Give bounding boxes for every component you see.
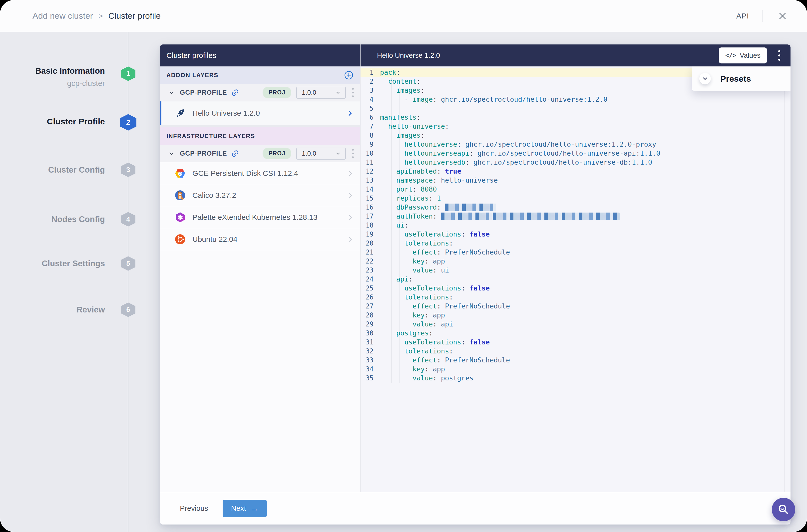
profile-version-select[interactable]: 1.0.0 (296, 87, 346, 99)
api-link[interactable]: API (736, 12, 749, 20)
code-line[interactable]: 4 - image: ghcr.io/spectrocloud/hello-un… (360, 95, 790, 104)
collapse-profile-button[interactable] (166, 149, 176, 158)
layer-row-gce-disk[interactable]: GCE Persistent Disk CSI 1.12.4 (160, 162, 360, 184)
code-icon: </> (725, 52, 736, 59)
step-label: Cluster Config (48, 163, 105, 176)
code-line[interactable]: 35 value: postgres (360, 374, 790, 383)
profile-name: GCP-PROFILE (180, 89, 227, 96)
chevron-down-icon (702, 75, 708, 82)
addon-profile-row: GCP-PROFILE PROJ 1.0.0 (160, 84, 360, 101)
link-icon[interactable] (231, 89, 239, 97)
step-label: Basic Information (35, 64, 105, 77)
profile-name: GCP-PROFILE (180, 150, 227, 157)
presets-toggle-button[interactable] (699, 73, 711, 84)
chevron-down-icon (168, 89, 175, 96)
code-line[interactable]: 15 replicas: 1 (360, 194, 790, 203)
arrow-right-icon: → (250, 505, 258, 513)
code-line[interactable]: 19 useTolerations: false (360, 230, 790, 239)
redacted-value (441, 212, 620, 220)
code-line[interactable]: 21 effect: PreferNoSchedule (360, 248, 790, 257)
layer-row-calico[interactable]: Calico 3.27.2 (160, 184, 360, 206)
layer-row-palette-kubernetes[interactable]: Palette eXtended Kubernetes 1.28.13 (160, 206, 360, 228)
layer-row-hello-universe[interactable]: Hello Universe 1.2.0 (160, 101, 360, 125)
code-line[interactable]: 18 ui: (360, 221, 790, 230)
step-sublabel: gcp-cluster (35, 77, 105, 90)
addon-layers-section-header: ADDON LAYERS (160, 66, 360, 84)
code-line[interactable]: 6manifests: (360, 113, 790, 122)
add-addon-profile-button[interactable] (344, 70, 354, 80)
plus-circle-icon (344, 71, 354, 80)
editor-menu-button[interactable] (775, 50, 783, 61)
code-line[interactable]: 24 api: (360, 275, 790, 284)
code-line[interactable]: 32 tolerations: (360, 347, 790, 356)
breadcrumb-parent[interactable]: Add new cluster (33, 11, 93, 21)
stepper-step-basic-information[interactable]: Basic Information gcp-cluster 1 (0, 66, 160, 84)
yaml-code-area[interactable]: 1pack:2 content:3 images:4 - image: ghcr… (360, 66, 790, 492)
profile-version-select[interactable]: 1.0.0 (296, 148, 346, 159)
profile-menu-button[interactable] (349, 88, 356, 97)
code-line[interactable]: 31 useTolerations: false (360, 338, 790, 347)
stepper-step-nodes-config[interactable]: Nodes Config 4 (0, 212, 160, 230)
chevron-down-icon (335, 150, 341, 157)
stepper-line (128, 32, 128, 532)
collapse-profile-button[interactable] (166, 88, 176, 98)
code-line[interactable]: 29 value: api (360, 320, 790, 329)
code-line[interactable]: 16 dbPassword: (360, 203, 790, 212)
code-line[interactable]: 7 hello-universe: (360, 122, 790, 131)
code-line[interactable]: 11 hellouniversedb: ghcr.io/spectrocloud… (360, 158, 790, 167)
code-line[interactable]: 12 apiEnabled: true (360, 167, 790, 176)
presets-panel: Presets (692, 66, 790, 91)
code-line[interactable]: 23 value: ui (360, 266, 790, 275)
values-button-label: Values (739, 52, 761, 59)
cluster-profiles-panel: Cluster profiles ADDON LAYERS GCP-PROFIL… (160, 44, 360, 492)
breadcrumb-current: Cluster profile (108, 11, 161, 21)
code-line[interactable]: 25 useTolerations: false (360, 284, 790, 293)
scope-badge: PROJ (263, 148, 291, 159)
infrastructure-layers-label: INFRASTRUCTURE LAYERS (166, 133, 255, 140)
previous-button[interactable]: Previous (180, 504, 208, 513)
layer-row-ubuntu[interactable]: Ubuntu 22.04 (160, 228, 360, 250)
cluster-profile-card: Cluster profiles ADDON LAYERS GCP-PROFIL… (160, 44, 790, 525)
code-line[interactable]: 33 effect: PreferNoSchedule (360, 356, 790, 365)
profile-menu-button[interactable] (349, 149, 356, 158)
chevron-right-icon (347, 236, 354, 243)
add-cluster-wizard-window: Add new cluster > Cluster profile API Ba… (0, 0, 807, 532)
calico-icon (174, 190, 186, 201)
code-line[interactable]: 26 tolerations: (360, 293, 790, 302)
step-label: Cluster Settings (42, 257, 105, 270)
stepper-step-cluster-profile[interactable]: Cluster Profile 2 (0, 114, 160, 132)
chevron-right-icon (346, 109, 354, 117)
addon-layers-label: ADDON LAYERS (166, 72, 218, 79)
code-line[interactable]: 17 authToken: (360, 212, 790, 221)
step-label: Cluster Profile (47, 115, 105, 128)
link-icon[interactable] (231, 150, 239, 158)
code-line[interactable]: 20 tolerations: (360, 239, 790, 248)
profile-version-value: 1.0.0 (302, 89, 335, 96)
close-icon (777, 11, 788, 21)
code-line[interactable]: 9 hellouniverse: ghcr.io/spectrocloud/he… (360, 140, 790, 149)
code-lines: 1pack:2 content:3 images:4 - image: ghcr… (360, 68, 790, 383)
stepper-step-cluster-config[interactable]: Cluster Config 3 (0, 163, 160, 180)
next-button[interactable]: Next → (223, 500, 267, 517)
close-button[interactable] (775, 9, 789, 23)
editor-header: Hello Universe 1.2.0 </> Values (360, 44, 790, 66)
code-line[interactable]: 5 (360, 104, 790, 113)
values-button[interactable]: </> Values (719, 48, 767, 63)
code-line[interactable]: 27 effect: PreferNoSchedule (360, 302, 790, 311)
code-line[interactable]: 34 key: app (360, 365, 790, 374)
hello-universe-icon (174, 108, 186, 119)
step-hexagon: 1 (121, 66, 135, 81)
code-line[interactable]: 13 namespace: hello-universe (360, 176, 790, 185)
code-line[interactable]: 30 postgres: (360, 329, 790, 338)
stepper-step-review[interactable]: Review 6 (0, 302, 160, 320)
editor-title: Hello Universe 1.2.0 (377, 52, 719, 59)
search-fab-button[interactable] (772, 498, 795, 521)
code-line[interactable]: 22 key: app (360, 257, 790, 266)
code-line[interactable]: 8 images: (360, 131, 790, 140)
redacted-value (445, 204, 496, 211)
stepper-step-cluster-settings[interactable]: Cluster Settings 5 (0, 256, 160, 274)
code-line[interactable]: 28 key: app (360, 311, 790, 320)
layer-name: Palette eXtended Kubernetes 1.28.13 (192, 213, 347, 222)
code-line[interactable]: 10 hellouniverseapi: ghcr.io/spectroclou… (360, 149, 790, 158)
code-line[interactable]: 14 port: 8080 (360, 185, 790, 194)
